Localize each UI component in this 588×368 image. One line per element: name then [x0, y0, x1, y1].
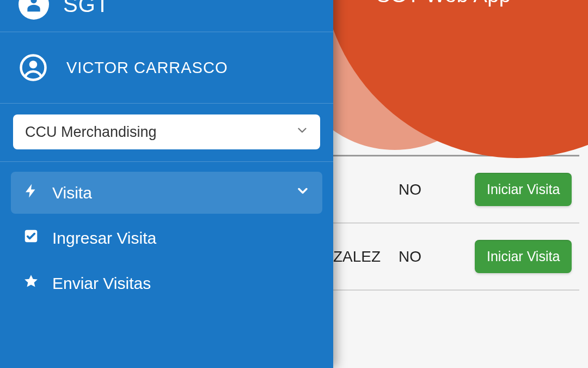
sidebar-item-label: Visita	[52, 184, 92, 202]
sidebar-user-name: VICTOR CARRASCO	[66, 59, 228, 77]
table-row: NO Iniciar Visita	[333, 156, 579, 224]
cell-prog: NO	[399, 248, 475, 266]
cell-accion: Iniciar Visita	[475, 240, 588, 273]
user-avatar-icon	[19, 53, 48, 82]
table-row: ZALEZ NO Iniciar Visita	[333, 224, 579, 291]
sidebar-header: SGT	[0, 0, 333, 32]
checkbox-icon	[23, 228, 39, 248]
sidebar-item-label: Enviar Visitas	[52, 274, 151, 293]
app-code: SGT	[63, 0, 109, 17]
cell-accion: Iniciar Visita	[475, 173, 588, 206]
chevron-down-icon	[295, 183, 310, 202]
sidebar-item-label: Ingresar Visita	[52, 229, 156, 248]
company-select-value: CCU Merchandising	[25, 124, 157, 141]
promo-label: SGT Web App	[329, 0, 558, 7]
start-visit-button[interactable]: Iniciar Visita	[475, 240, 572, 273]
sidebar-menu: Visita Ingresar Visita	[0, 162, 333, 304]
bolt-icon	[23, 183, 39, 203]
sidebar-item-enviar-visitas[interactable]: Enviar Visitas	[11, 262, 322, 304]
sidebar-item-ingresar-visita[interactable]: Ingresar Visita	[11, 217, 322, 259]
app-logo-icon	[19, 0, 49, 20]
start-visit-button[interactable]: Iniciar Visita	[475, 173, 572, 206]
svg-point-0	[30, 0, 36, 3]
sidebar-user[interactable]: VICTOR CARRASCO	[0, 32, 333, 103]
sidebar-drawer: SGT VICTOR CARRASCO CCU Merchandising	[0, 0, 333, 368]
company-select[interactable]: CCU Merchandising	[13, 114, 320, 149]
chevron-down-icon	[295, 123, 309, 141]
company-select-wrap: CCU Merchandising	[0, 104, 333, 161]
cell-name-fragment: ZALEZ	[333, 248, 399, 266]
cell-prog: NO	[399, 181, 475, 198]
sidebar-item-visita[interactable]: Visita	[11, 172, 322, 214]
svg-point-2	[29, 61, 37, 68]
star-icon	[23, 273, 39, 293]
